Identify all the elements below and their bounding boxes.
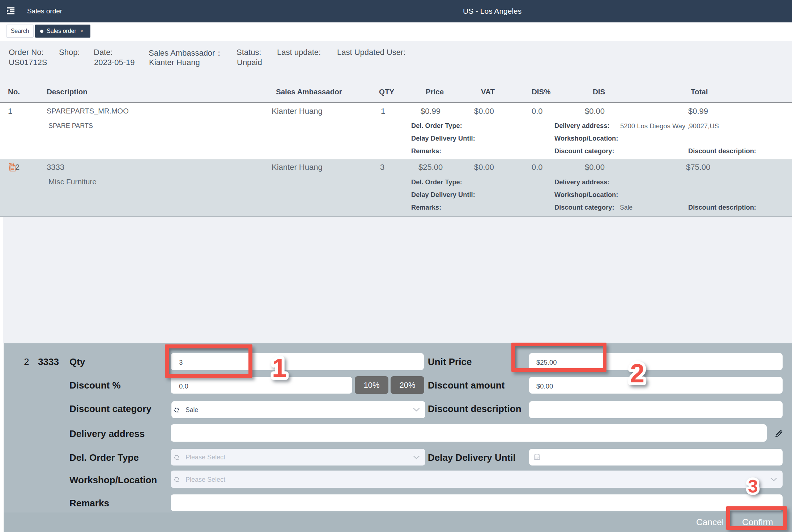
svg-text:3: 3 — [748, 476, 758, 497]
svg-text:1: 1 — [272, 353, 286, 382]
svg-text:2: 2 — [630, 359, 644, 388]
